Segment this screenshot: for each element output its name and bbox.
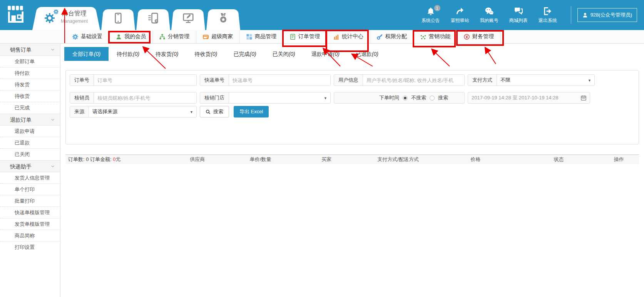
sidebar-item-print-settings[interactable]: 打印设置 <box>0 242 60 253</box>
export-excel-button[interactable]: 导出 Excel <box>234 106 269 117</box>
column-status: 状态 <box>519 156 599 163</box>
status-tab-refunded[interactable]: 已退款(0) <box>348 47 386 61</box>
nav-item-statistics[interactable]: 统计中心 <box>327 30 370 43</box>
date-range-field[interactable]: 2017-09-19 14:28 至 2017-10-19 14:28 <box>468 92 590 104</box>
topbar-divider <box>571 6 571 24</box>
sidebar: 销售订单 全部订单 待付款 待发货 待收货 已完成 退款订单 退款申请 已退款 … <box>0 44 60 297</box>
sidebar-section-sales-orders[interactable]: 销售订单 <box>0 44 60 56</box>
quick-link-announcements[interactable]: 1 系统公告 <box>422 6 440 24</box>
source-group: 来源 请选择来源 ▼ <box>70 106 197 117</box>
express-no-input[interactable] <box>229 75 330 86</box>
sidebar-item-pending-shipment[interactable]: 待发货 <box>0 79 60 91</box>
nav-item-basic-settings[interactable]: 基础设置 <box>65 30 109 43</box>
verifier-label: 核销员 <box>70 92 94 103</box>
search-icon <box>206 109 211 114</box>
gears-icon <box>45 10 58 23</box>
user-badge[interactable]: 928(公众号管理员) <box>577 8 637 22</box>
search-filter-panel: 订单号 快递单号 用户信息 支付方式 不限 ▼ 核销员 <box>65 70 639 144</box>
search-button[interactable]: 搜索 <box>200 106 229 117</box>
order-no-group: 订单号 <box>70 74 197 86</box>
phone-icon <box>113 13 124 23</box>
order-no-label: 订单号 <box>70 75 94 86</box>
marketing-share-icon <box>420 34 426 40</box>
nav-item-distribution[interactable]: 分销管理 <box>153 30 196 43</box>
topbar-tabstrip: 后台管理 Management <box>32 3 240 30</box>
tab-title: 后台管理 <box>61 10 88 18</box>
calendar-icon <box>581 95 586 101</box>
quick-link-station[interactable]: 霖熙驿站 <box>451 6 469 24</box>
tab-backend-management[interactable]: 后台管理 Management <box>32 3 100 30</box>
quick-link-my-account[interactable]: 我的账号 <box>480 6 498 24</box>
nav-item-products[interactable]: 商品管理 <box>240 30 283 43</box>
verify-store-group: 核销门店 ▼ <box>200 92 331 104</box>
sidebar-item-express-template[interactable]: 快递单模版管理 <box>0 207 60 218</box>
wechat-icon <box>485 6 494 15</box>
nav-item-my-members[interactable]: 我的会员 <box>109 30 153 43</box>
sidebar-item-product-abbr[interactable]: 商品简称 <box>0 230 60 242</box>
sidebar-item-completed[interactable]: 已完成 <box>0 102 60 114</box>
user-info-input[interactable] <box>363 75 464 86</box>
gear-icon <box>72 34 78 40</box>
sidebar-section-express-helper[interactable]: 快递助手 <box>0 160 60 172</box>
topbar-quick-links: 1 系统公告 霖熙驿站 我的账号 商城列表 <box>422 6 557 24</box>
user-icon <box>582 12 588 18</box>
tab-mobile-marketing[interactable] <box>136 6 170 30</box>
column-pay-delivery: 支付方式/配送方式 <box>364 156 433 163</box>
caret-down-icon: ▼ <box>190 110 193 114</box>
status-tab-completed[interactable]: 已完成(0) <box>226 47 264 61</box>
sidebar-item-refund-request[interactable]: 退款申请 <box>0 126 60 137</box>
products-grid-icon <box>246 34 252 40</box>
column-buyer: 买家 <box>289 156 364 163</box>
sidebar-item-shipper-info[interactable]: 发货人信息管理 <box>0 172 60 184</box>
sidebar-item-refunded[interactable]: 已退款 <box>0 137 60 149</box>
sidebar-item-shipping-template[interactable]: 发货单模版管理 <box>0 218 60 230</box>
sidebar-item-pending-payment[interactable]: 待付款 <box>0 67 60 79</box>
mobile-marketing-icon <box>148 13 159 23</box>
nav-item-super-merchant[interactable]: 超级商家 <box>196 30 240 43</box>
pc-edit-icon <box>183 13 194 23</box>
main-content: 全部订单(0) 待付款(0) 待发货(0) 待收货(0) 已完成(0) 已关闭(… <box>60 47 644 164</box>
verifier-group: 核销员 <box>70 92 197 104</box>
tab-pc-editor[interactable] <box>171 6 205 30</box>
status-tab-closed[interactable]: 已关闭(0) <box>264 47 303 61</box>
order-no-input[interactable] <box>94 75 196 86</box>
verify-store-select[interactable]: ▼ <box>229 92 330 103</box>
sidebar-item-all-orders[interactable]: 全部订单 <box>0 56 60 67</box>
verifier-input[interactable] <box>94 92 196 103</box>
tab-mobile[interactable] <box>101 6 135 30</box>
radio-search[interactable] <box>430 96 435 101</box>
nav-item-finance[interactable]: 财务管理 <box>457 30 501 43</box>
pay-method-select[interactable]: 不限 ▼ <box>497 75 594 86</box>
order-table-header: 订单数: 0 订单金额: 0元 供应商 单价/数量 买家 支付方式/配送方式 价… <box>65 154 639 164</box>
status-tab-all[interactable]: 全部订单(0) <box>64 47 109 61</box>
nav-item-permissions[interactable]: 权限分配 <box>370 30 414 43</box>
tab-medal[interactable] <box>206 6 240 30</box>
store-logo-icon <box>6 5 25 24</box>
quick-link-mall-list[interactable]: 商城列表 <box>509 6 528 24</box>
verify-store-label: 核销门店 <box>200 92 229 103</box>
pay-method-group: 支付方式 不限 ▼ <box>468 74 595 86</box>
order-time-group: 下单时间 不搜索 搜索 <box>334 92 465 104</box>
caret-down-icon: ▼ <box>324 96 327 100</box>
topbar: 后台管理 Management 1 系统公告 <box>0 0 644 30</box>
status-tab-pending-receipt[interactable]: 待收货(0) <box>186 47 225 61</box>
medal-icon <box>218 13 229 23</box>
sidebar-item-single-print[interactable]: 单个打印 <box>0 184 60 195</box>
source-select[interactable]: 请选择来源 ▼ <box>89 106 196 117</box>
sidebar-item-pending-receipt[interactable]: 待收货 <box>0 91 60 102</box>
chevron-down-icon <box>50 47 55 52</box>
sidebar-item-batch-print[interactable]: 批量打印 <box>0 195 60 207</box>
status-tab-refund-request[interactable]: 退款申请(0) <box>303 47 348 61</box>
express-no-label: 快递单号 <box>200 75 229 86</box>
sidebar-item-closed[interactable]: 已关闭 <box>0 149 60 160</box>
status-tab-pending-payment[interactable]: 待付款(0) <box>109 47 147 61</box>
nav-item-orders[interactable]: 订单管理 <box>283 30 327 43</box>
radio-no-search[interactable] <box>403 96 408 101</box>
chevron-down-icon <box>50 164 55 169</box>
sidebar-section-refund-orders[interactable]: 退款订单 <box>0 114 60 126</box>
status-tab-pending-shipment[interactable]: 待发货(0) <box>147 47 186 61</box>
nav-item-marketing[interactable]: 营销功能 <box>414 30 457 43</box>
quick-link-logout[interactable]: 退出系统 <box>539 6 557 24</box>
main-nav: 基础设置 我的会员 分销管理 超级商家 商品管理 订单管理 统计中心 权限分配 … <box>0 30 644 44</box>
order-file-icon <box>290 34 296 40</box>
